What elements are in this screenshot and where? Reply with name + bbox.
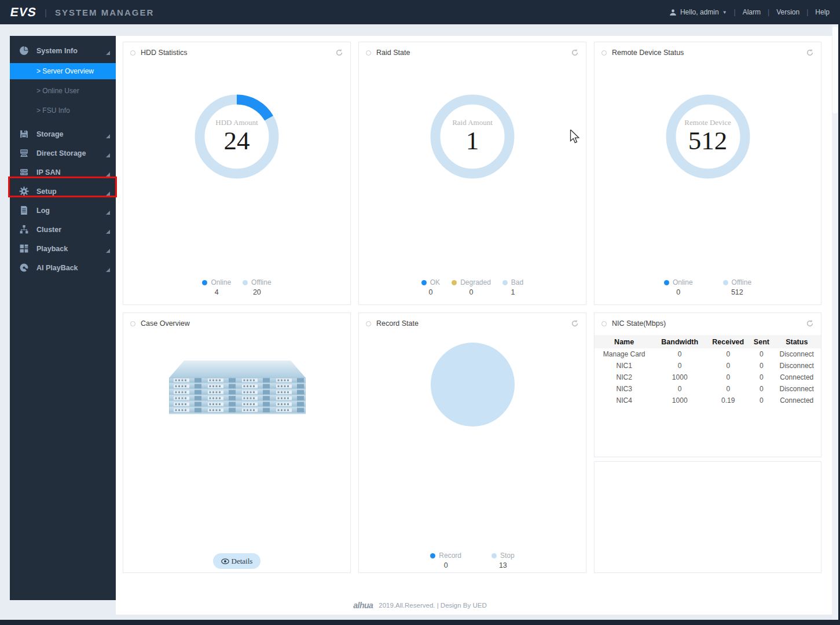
refresh-icon[interactable]: [571, 49, 579, 57]
nic-table-cell: 0: [750, 395, 772, 406]
sidebar-item-label: Playback: [36, 245, 68, 253]
alarm-link[interactable]: Alarm: [743, 8, 761, 16]
scrollbar-track[interactable]: [832, 24, 838, 620]
footer-text: 2019.All.Reserved. | Design By UED: [379, 602, 486, 609]
nic-table-cell: Connected: [772, 395, 821, 406]
sidebar-item-playback[interactable]: Playback: [10, 239, 116, 258]
panel-title: Record State: [376, 319, 419, 328]
nic-table-cell: 0: [706, 360, 750, 372]
refresh-icon[interactable]: [571, 319, 579, 328]
details-label: Details: [232, 557, 253, 566]
panel-empty: [594, 461, 821, 573]
sidebar-item-setup[interactable]: Setup: [10, 182, 116, 201]
version-link[interactable]: Version: [776, 8, 799, 16]
sidebar-item-server-overview[interactable]: > Server Overview: [10, 63, 116, 79]
refresh-icon[interactable]: [335, 49, 343, 57]
legend-dot: [723, 280, 728, 285]
nic-table-row: NIC1000Disconnect: [595, 360, 821, 372]
refresh-icon[interactable]: [806, 49, 814, 57]
panel-case-overview: Case Overview: [123, 312, 351, 573]
details-button[interactable]: Details: [213, 553, 261, 569]
legend-item: Bad 1: [502, 278, 523, 296]
scrollbar-thumb[interactable]: [832, 27, 838, 113]
expand-triangle-icon: [106, 51, 110, 55]
footer: alhua 2019.All.Reserved. | Design By UED: [0, 601, 840, 610]
sidebar-item-label: AI PlayBack: [36, 264, 78, 272]
donut-center-value: 1: [466, 127, 479, 155]
user-icon: [669, 9, 677, 16]
donut-center-value: 512: [688, 127, 728, 155]
legend-dot: [502, 280, 508, 285]
user-menu[interactable]: Hello, admin ▼: [669, 8, 727, 16]
cluster-icon: [19, 225, 29, 234]
sidebar-item-online-user[interactable]: > Online User: [10, 83, 116, 99]
panel-title: Case Overview: [141, 319, 190, 328]
nic-table-cell: 0: [706, 348, 750, 360]
nic-table-cell: Disconnect: [772, 348, 821, 360]
submenu-label: > FSU Info: [36, 106, 70, 115]
sidebar-item-fsu-info[interactable]: > FSU Info: [10, 102, 116, 119]
sidebar-item-system-info[interactable]: System Info: [10, 41, 116, 60]
nic-table-cell: Connected: [772, 372, 821, 383]
nic-table-cell: 1000: [654, 372, 706, 383]
nic-column-header: Name: [595, 335, 654, 348]
help-link[interactable]: Help: [815, 8, 830, 16]
panel-record-state: Record State Record 0 Stop 13: [358, 312, 586, 573]
legend-item: Stop 13: [491, 552, 515, 569]
legend-label: Bad: [511, 278, 523, 286]
record-pie-chart: [431, 343, 515, 427]
record-legend: Record 0 Stop 13: [359, 552, 586, 569]
legend-dot: [421, 280, 427, 285]
legend-label: Offline: [251, 278, 271, 286]
remote-legend: Online 0 Offline 512: [595, 278, 821, 296]
nic-table: Name Bandwidth Received Sent Status Mana…: [595, 335, 821, 406]
sidebar-item-ip-san[interactable]: IP SAN: [10, 163, 116, 182]
panel-bullet-icon: [130, 321, 135, 326]
nic-table-cell: 1000: [654, 395, 706, 406]
submenu-label: > Server Overview: [36, 67, 94, 75]
nic-table-cell: 0: [654, 348, 706, 360]
sidebar-item-cluster[interactable]: Cluster: [10, 220, 116, 239]
legend-label: Stop: [500, 552, 515, 560]
legend-label: Record: [439, 552, 461, 560]
nic-table-cell: 0: [750, 360, 772, 372]
legend-value: 0: [444, 561, 448, 569]
panel-title: Remote Device Status: [612, 49, 684, 57]
legend-value: 0: [428, 288, 432, 296]
legend-label: Degraded: [460, 278, 491, 286]
expand-triangle-icon: [106, 153, 110, 157]
server-chassis-image: [169, 359, 306, 415]
expand-triangle-icon: [106, 192, 110, 196]
window-bottom-edge: [0, 620, 840, 625]
legend-value: 0: [676, 288, 680, 296]
sidebar-item-storage[interactable]: Storage: [10, 124, 116, 144]
nic-table-cell: NIC4: [595, 395, 654, 406]
sidebar-item-direct-storage[interactable]: Direct Storage: [10, 144, 116, 163]
donut-center-value: 24: [224, 127, 250, 155]
nic-table-cell: Manage Card: [595, 348, 654, 360]
expand-triangle-icon: [106, 211, 110, 215]
nic-table-cell: 0: [654, 360, 706, 372]
legend-item: Online 0: [664, 278, 693, 296]
legend-item: Online 4: [202, 278, 231, 296]
legend-dot: [202, 280, 207, 285]
refresh-icon[interactable]: [806, 319, 814, 328]
nic-column-header: Status: [772, 335, 821, 348]
sidebar-item-ai-playback[interactable]: AI PlayBack: [10, 258, 116, 277]
nic-table-row: NIC410000.190Connected: [595, 395, 821, 406]
panel-title: Raid State: [376, 49, 410, 57]
legend-dot: [491, 553, 497, 558]
panel-bullet-icon: [601, 50, 607, 56]
legend-label: Online: [211, 278, 231, 286]
legend-dot: [430, 553, 435, 558]
legend-value: 512: [731, 288, 743, 296]
nic-table-cell: 0: [706, 383, 750, 395]
panel-bullet-icon: [366, 50, 371, 56]
panel-nic-state: NIC State(Mbps) Name Bandwidth Received …: [594, 312, 821, 457]
legend-dot: [664, 280, 669, 285]
sidebar-item-log[interactable]: Log: [10, 201, 116, 220]
legend-value: 1: [511, 288, 515, 296]
sidebar-item-label: IP SAN: [36, 168, 60, 177]
nic-table-cell: 0: [750, 372, 772, 383]
submenu-label: > Online User: [36, 87, 79, 95]
